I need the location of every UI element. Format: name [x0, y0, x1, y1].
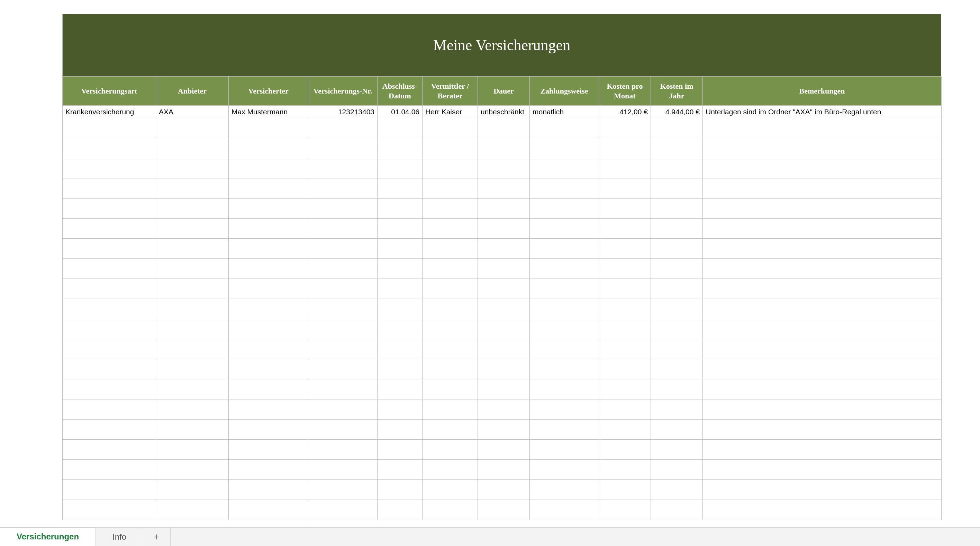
- table-row[interactable]: [63, 420, 942, 440]
- cell-empty[interactable]: [63, 440, 156, 460]
- cell-empty[interactable]: [63, 379, 156, 399]
- cell-empty[interactable]: [651, 158, 703, 179]
- cell-anbieter[interactable]: AXA: [156, 106, 229, 118]
- cell-empty[interactable]: [229, 118, 308, 138]
- cell-empty[interactable]: [478, 299, 530, 319]
- cell-empty[interactable]: [229, 339, 308, 359]
- cell-empty[interactable]: [423, 319, 478, 339]
- cell-empty[interactable]: [156, 279, 229, 299]
- cell-empty[interactable]: [63, 259, 156, 279]
- cell-empty[interactable]: [530, 279, 599, 299]
- cell-vermittler[interactable]: Herr Kaiser: [423, 106, 478, 118]
- cell-datum[interactable]: 01.04.06: [377, 106, 423, 118]
- table-row[interactable]: [63, 138, 942, 158]
- cell-empty[interactable]: [308, 179, 377, 198]
- cell-empty[interactable]: [651, 460, 703, 480]
- cell-empty[interactable]: [478, 379, 530, 399]
- cell-empty[interactable]: [229, 440, 308, 460]
- cell-empty[interactable]: [156, 219, 229, 239]
- cell-empty[interactable]: [377, 460, 423, 480]
- cell-empty[interactable]: [308, 259, 377, 279]
- cell-empty[interactable]: [599, 420, 651, 440]
- cell-empty[interactable]: [63, 460, 156, 480]
- cell-empty[interactable]: [377, 179, 423, 198]
- cell-empty[interactable]: [377, 279, 423, 299]
- cell-empty[interactable]: [377, 239, 423, 259]
- cell-empty[interactable]: [651, 279, 703, 299]
- cell-empty[interactable]: [530, 198, 599, 219]
- table-row[interactable]: [63, 379, 942, 399]
- cell-empty[interactable]: [530, 179, 599, 198]
- cell-empty[interactable]: [478, 440, 530, 460]
- cell-empty[interactable]: [599, 500, 651, 520]
- cell-empty[interactable]: [651, 480, 703, 500]
- cell-empty[interactable]: [703, 299, 942, 319]
- cell-empty[interactable]: [599, 359, 651, 379]
- table-row[interactable]: [63, 399, 942, 420]
- cell-empty[interactable]: [478, 198, 530, 219]
- cell-empty[interactable]: [63, 239, 156, 259]
- cell-empty[interactable]: [651, 399, 703, 420]
- cell-empty[interactable]: [651, 500, 703, 520]
- cell-empty[interactable]: [156, 179, 229, 198]
- cell-empty[interactable]: [478, 399, 530, 420]
- cell-empty[interactable]: [229, 138, 308, 158]
- table-row[interactable]: [63, 500, 942, 520]
- cell-empty[interactable]: [423, 219, 478, 239]
- cell-empty[interactable]: [63, 118, 156, 138]
- cell-empty[interactable]: [156, 379, 229, 399]
- cell-empty[interactable]: [599, 440, 651, 460]
- cell-empty[interactable]: [229, 299, 308, 319]
- cell-empty[interactable]: [651, 198, 703, 219]
- cell-empty[interactable]: [377, 399, 423, 420]
- cell-empty[interactable]: [377, 420, 423, 440]
- cell-empty[interactable]: [308, 319, 377, 339]
- cell-empty[interactable]: [599, 299, 651, 319]
- cell-empty[interactable]: [156, 138, 229, 158]
- cell-empty[interactable]: [530, 399, 599, 420]
- table-row[interactable]: [63, 359, 942, 379]
- table-row[interactable]: [63, 219, 942, 239]
- cell-empty[interactable]: [478, 339, 530, 359]
- cell-zahlungsweise[interactable]: monatlich: [530, 106, 599, 118]
- col-header-versicherungsart[interactable]: Versicherungsart: [63, 77, 156, 106]
- cell-empty[interactable]: [308, 339, 377, 359]
- cell-empty[interactable]: [308, 440, 377, 460]
- cell-empty[interactable]: [478, 239, 530, 259]
- cell-empty[interactable]: [478, 179, 530, 198]
- cell-empty[interactable]: [703, 500, 942, 520]
- cell-empty[interactable]: [530, 239, 599, 259]
- cell-empty[interactable]: [703, 259, 942, 279]
- cell-empty[interactable]: [377, 480, 423, 500]
- col-header-kosten-jahr[interactable]: Kosten im Jahr: [651, 77, 703, 106]
- cell-empty[interactable]: [308, 359, 377, 379]
- cell-empty[interactable]: [308, 138, 377, 158]
- cell-empty[interactable]: [423, 279, 478, 299]
- cell-empty[interactable]: [703, 460, 942, 480]
- cell-empty[interactable]: [423, 399, 478, 420]
- cell-empty[interactable]: [703, 480, 942, 500]
- cell-empty[interactable]: [423, 118, 478, 138]
- cell-kosten_monat[interactable]: 412,00 €: [599, 106, 651, 118]
- cell-empty[interactable]: [423, 339, 478, 359]
- cell-empty[interactable]: [651, 138, 703, 158]
- cell-empty[interactable]: [377, 158, 423, 179]
- cell-nr[interactable]: 123213403: [308, 106, 377, 118]
- table-row[interactable]: [63, 198, 942, 219]
- cell-empty[interactable]: [229, 219, 308, 239]
- cell-empty[interactable]: [308, 198, 377, 219]
- cell-empty[interactable]: [63, 480, 156, 500]
- cell-empty[interactable]: [63, 158, 156, 179]
- cell-empty[interactable]: [229, 158, 308, 179]
- cell-empty[interactable]: [423, 198, 478, 219]
- cell-empty[interactable]: [703, 359, 942, 379]
- table-row[interactable]: [63, 339, 942, 359]
- cell-empty[interactable]: [156, 299, 229, 319]
- cell-empty[interactable]: [63, 339, 156, 359]
- cell-empty[interactable]: [229, 480, 308, 500]
- cell-empty[interactable]: [63, 179, 156, 198]
- cell-empty[interactable]: [229, 279, 308, 299]
- cell-empty[interactable]: [63, 399, 156, 420]
- cell-empty[interactable]: [651, 219, 703, 239]
- cell-empty[interactable]: [651, 259, 703, 279]
